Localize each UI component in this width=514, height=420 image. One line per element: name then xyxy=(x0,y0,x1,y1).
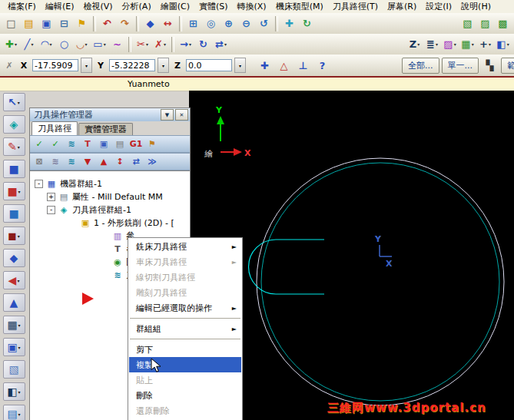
cube-blue-icon[interactable]: ▣▾ xyxy=(3,338,25,356)
context-menu-item[interactable]: 刪除 xyxy=(129,388,241,403)
toggle-display-icon[interactable]: ⇄ xyxy=(128,154,144,169)
toolbar-icon[interactable]: ▾ xyxy=(128,37,131,52)
select-all-button[interactable]: 全部... xyxy=(402,58,439,74)
context-menu-item[interactable]: 貼上 xyxy=(129,372,241,388)
open-file-icon[interactable]: ▤▾ xyxy=(20,15,38,31)
xform-mirror-icon[interactable]: ⇄▾ xyxy=(212,36,230,52)
undo-icon[interactable]: ↶▾ xyxy=(98,15,116,31)
verify-icon[interactable]: ▣ xyxy=(96,137,111,151)
toolpath-simulate-icon[interactable]: T xyxy=(80,137,95,151)
toolbar-icon[interactable]: ▾ xyxy=(179,16,182,31)
z-depth-icon[interactable]: Z▾ xyxy=(406,36,423,52)
menu-item[interactable]: 屏幕(R) xyxy=(383,0,421,13)
gview-front-icon[interactable]: ▨▾ xyxy=(476,15,494,31)
tree-expander-icon[interactable]: + xyxy=(47,193,55,201)
regen-all-icon[interactable]: ≋ xyxy=(64,137,79,151)
context-menu-item[interactable] xyxy=(129,316,241,321)
view-rotate-icon[interactable]: ◀▾ xyxy=(3,271,25,289)
panel-title-bar[interactable]: 刀具操作管理器 ▼ ✕ xyxy=(30,108,190,121)
tab-toolpaths[interactable]: 刀具路徑 xyxy=(32,121,78,135)
gview-top-icon[interactable]: ▧▾ xyxy=(459,15,476,31)
analyze-point-icon[interactable]: ◆▾ xyxy=(141,15,159,31)
backplot-icon[interactable]: ▤ xyxy=(112,137,128,151)
autocursor-icon[interactable]: ✚ xyxy=(256,58,274,74)
slot-contour[interactable] xyxy=(249,240,325,294)
create-spline-icon[interactable]: ~▾ xyxy=(108,36,126,52)
perpendicular-snap-icon[interactable]: ⊥ xyxy=(294,58,312,74)
new-file-icon[interactable]: □▾ xyxy=(2,15,20,31)
analyze-dynamic-icon[interactable]: ↔▾ xyxy=(159,15,177,31)
context-menu-item[interactable]: 複製 xyxy=(129,357,241,372)
toggle-toolpath-display-icon[interactable]: ≋ xyxy=(48,154,63,169)
zoom-target-icon[interactable]: ◎▾ xyxy=(202,15,220,31)
menu-item[interactable]: 實體(S) xyxy=(194,0,233,13)
repaint-icon[interactable]: ↻▾ xyxy=(298,15,316,31)
create-line-icon[interactable]: ╱▾ xyxy=(20,36,38,52)
toolbar-icon[interactable]: ▾ xyxy=(171,37,174,52)
plane-front-icon[interactable]: ■▾ xyxy=(3,160,25,178)
part-circle-outer[interactable] xyxy=(257,158,504,405)
scroll-end-icon[interactable]: ≫ xyxy=(144,154,160,169)
menu-item[interactable]: 設定(I) xyxy=(421,0,456,13)
menu-item[interactable]: 刀具路徑(T) xyxy=(328,0,383,13)
tree-row[interactable]: + ▤ 屬性 - Mill Default MM xyxy=(30,190,190,203)
context-menu-item[interactable]: 群組組 xyxy=(129,321,241,336)
grid-icon[interactable]: ▦▾ xyxy=(3,316,25,334)
sketch-icon[interactable]: ✎▾ xyxy=(3,137,25,156)
x-coordinate-input[interactable] xyxy=(32,59,78,71)
selection-mask-icon[interactable]: ▚ xyxy=(481,58,499,74)
groups-icon[interactable]: ▦▾ xyxy=(459,36,476,52)
context-menu-item[interactable]: 銑床刀具路徑 xyxy=(129,239,241,254)
tree-row[interactable]: ▣ 1 - 外形銑削 (2D) - [ xyxy=(30,217,190,230)
toolbar-icon[interactable]: ▾ xyxy=(275,16,278,31)
redo-icon[interactable]: ↷▾ xyxy=(116,15,134,31)
x-dropdown-icon[interactable]: ▾ xyxy=(81,58,92,73)
view-iso-icon[interactable]: ◆▾ xyxy=(3,249,25,267)
zoom-window-icon[interactable]: ⊞▾ xyxy=(184,15,202,31)
select-single-button[interactable]: 單一... xyxy=(442,58,479,74)
plane-side-icon[interactable]: ■▾ xyxy=(3,182,25,200)
menu-item[interactable]: 檔案(F) xyxy=(3,0,41,13)
menu-item[interactable]: 繪圖(C) xyxy=(156,0,194,13)
create-arc-icon[interactable]: ◠▾ xyxy=(38,36,55,52)
gview-iso-icon[interactable]: ▩▾ xyxy=(494,15,512,31)
context-menu-item[interactable]: 車床刀具路徑 xyxy=(129,254,241,270)
pan-icon[interactable]: ✚▾ xyxy=(280,15,298,31)
insert-position-arrow[interactable] xyxy=(82,293,94,305)
layers-icon[interactable]: ▤▾ xyxy=(3,405,25,420)
menu-item[interactable]: 檢視(V) xyxy=(78,0,117,13)
levels-icon[interactable]: ≣▾ xyxy=(423,36,441,52)
panel-collapse-icon[interactable]: ▼ xyxy=(161,109,174,121)
post-g1-icon[interactable]: G1 xyxy=(128,137,144,151)
toggle-posting-icon[interactable]: ≋ xyxy=(64,154,79,169)
mesh-icon[interactable]: ▧▾ xyxy=(3,360,25,379)
feed-speed-icon[interactable]: ⚑ xyxy=(144,137,160,151)
create-fillet-icon[interactable]: ◡▾ xyxy=(73,36,91,52)
move-insert-up-icon[interactable]: ▲ xyxy=(96,154,111,169)
menu-item[interactable]: 轉換(X) xyxy=(233,0,271,13)
plane-top-icon[interactable]: ■▾ xyxy=(3,204,25,223)
select-all-operations-icon[interactable]: ✓ xyxy=(32,137,47,151)
context-menu-item[interactable]: 線切割刀具路徑 xyxy=(129,270,241,285)
tree-row[interactable]: - ▦ 機器群組-1 xyxy=(30,177,190,190)
tab-solids-manager[interactable]: 實體管理器 xyxy=(78,123,133,135)
y-coordinate-input[interactable] xyxy=(109,59,155,71)
clear-prompt-icon[interactable]: ✗ xyxy=(3,59,15,71)
create-point-icon[interactable]: ✚▾ xyxy=(2,36,20,52)
move-insert-down-icon[interactable]: ▼ xyxy=(80,154,95,169)
create-rect-icon[interactable]: ▭▾ xyxy=(91,36,108,52)
tree-row[interactable]: - ◈ 刀具路徑群組-1 xyxy=(30,203,190,217)
context-menu-item[interactable]: 編輯已經選取的操作 xyxy=(129,300,241,316)
context-menu-item[interactable]: 雕刻刀具路徑 xyxy=(129,285,241,300)
solid-cube-icon[interactable]: ◼▾ xyxy=(3,227,25,245)
insert-arrow-icon[interactable]: ↕ xyxy=(112,154,128,169)
z-coordinate-input[interactable] xyxy=(186,59,232,71)
menu-item[interactable]: 機床類型(M) xyxy=(271,0,328,13)
delete-entity-icon[interactable]: ✗▾ xyxy=(151,36,169,52)
lock-toolpath-icon[interactable]: ⊠ xyxy=(32,154,47,169)
xform-translate-icon[interactable]: →▾ xyxy=(177,36,194,52)
part-circle-inner[interactable] xyxy=(261,163,499,401)
zoom-in-icon[interactable]: ⊕▾ xyxy=(220,15,237,31)
help-icon[interactable]: ? xyxy=(313,58,331,74)
z-dropdown-icon[interactable]: ▾ xyxy=(234,58,246,73)
